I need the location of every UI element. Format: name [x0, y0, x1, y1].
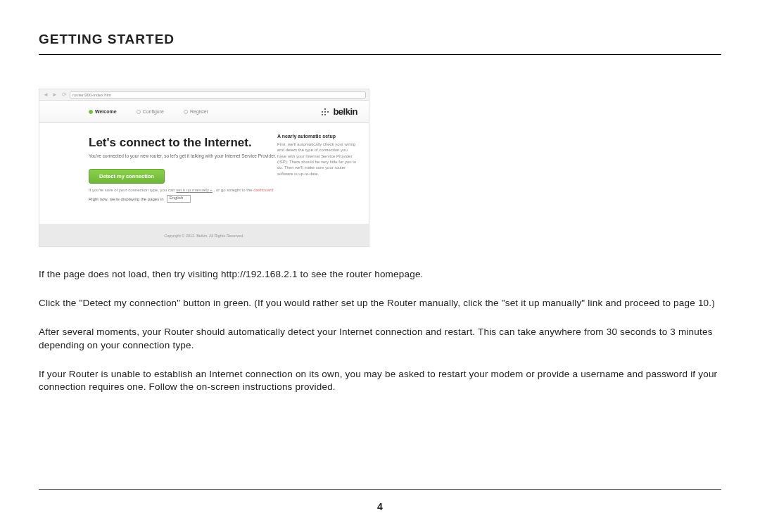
reload-icon: ⟳: [61, 91, 68, 99]
page-number: 4: [0, 501, 760, 512]
step-label: Welcome: [95, 109, 117, 114]
brand-text: belkin: [333, 106, 357, 117]
dashboard-link[interactable]: dashboard: [253, 188, 273, 192]
divider-bottom: [39, 489, 721, 490]
language-select[interactable]: English: [167, 195, 191, 203]
paragraph-1: If the page does not load, then try visi…: [39, 268, 721, 281]
url-bar: router/300-index.htm: [70, 91, 366, 99]
step-dot-icon: [89, 110, 93, 114]
body-text: If the page does not load, then try visi…: [39, 268, 721, 394]
step-configure: Configure: [137, 109, 164, 114]
step-welcome: Welcome: [89, 109, 117, 114]
router-setup-screenshot: ◄ ► ⟳ router/300-index.htm Welcome Confi…: [39, 89, 369, 247]
manual-prefix: If you're sure of your connection type, …: [89, 188, 176, 192]
language-row: Right now, we're displaying the pages in…: [89, 195, 357, 203]
paragraph-4: If your Router is unable to establish an…: [39, 368, 721, 395]
wizard-nav: Welcome Configure Register belkin: [39, 101, 369, 123]
brand-logo: belkin: [320, 106, 357, 117]
manual-setup-link[interactable]: set it up manually »: [176, 188, 213, 192]
step-dot-icon: [137, 110, 141, 114]
divider-top: [39, 54, 721, 55]
paragraph-2: Click the "Detect my connection" button …: [39, 297, 721, 310]
browser-chrome-bar: ◄ ► ⟳ router/300-index.htm: [39, 89, 369, 101]
step-label: Configure: [143, 109, 164, 114]
belkin-dots-icon: [320, 107, 330, 117]
back-icon: ◄: [42, 91, 49, 99]
screenshot-body: Let's connect to the Internet. You're co…: [39, 123, 369, 203]
step-label: Register: [190, 109, 208, 114]
sidebar-title: A nearly automatic setup: [277, 133, 357, 140]
detect-connection-button[interactable]: Detect my connection: [89, 169, 165, 184]
wizard-steps: Welcome Configure Register: [89, 109, 208, 114]
paragraph-3: After several moments, your Router shoul…: [39, 326, 721, 353]
language-label: Right now, we're displaying the pages in: [89, 197, 164, 201]
manual-setup-line: If you're sure of your connection type, …: [89, 188, 357, 192]
manual-mid: , or go straight to the: [213, 188, 253, 192]
step-dot-icon: [184, 110, 188, 114]
step-register: Register: [184, 109, 208, 114]
screenshot-footer: Copyright © 2012. Belkin, All Rights Res…: [39, 224, 369, 246]
screenshot-side-column: A nearly automatic setup First, we'll au…: [277, 133, 357, 177]
forward-icon: ►: [51, 91, 58, 99]
sidebar-body: First, we'll automatically check your wi…: [277, 141, 357, 177]
page-title: GETTING STARTED: [39, 32, 721, 47]
